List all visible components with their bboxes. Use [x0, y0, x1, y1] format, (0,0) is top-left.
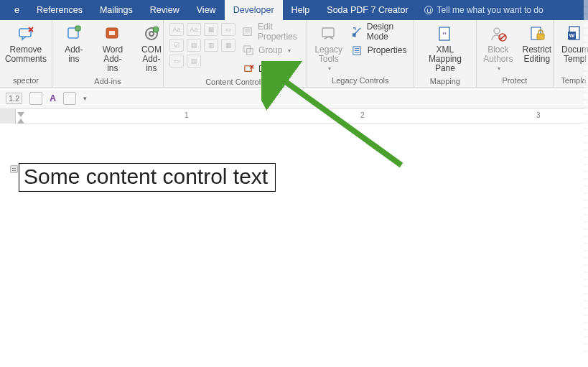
delete-icon [243, 63, 254, 75]
dialog-title: CONTAINS CONTENT [167, 363, 453, 367]
cc-plaintext-button[interactable]: Aa [187, 23, 201, 36]
screenshot: e References Mailings Review View Develo… [0, 0, 588, 367]
cc-richtext-button[interactable]: Aa [169, 23, 184, 36]
svg-point-26 [494, 28, 500, 34]
xml-mapping-label: XML Mapping Pane [421, 45, 469, 74]
tab-help[interactable]: Help [283, 0, 319, 20]
document-template-icon: W [566, 24, 584, 43]
group-templates: W Docum Templ Templa [554, 20, 588, 87]
remove-comments-label: Remove Comments [5, 45, 47, 64]
group-icon [243, 45, 254, 56]
toolbar2-caret[interactable]: ▾ [83, 95, 87, 102]
content-control-text[interactable]: Some content control text [24, 164, 268, 188]
group-addins: Add- ins Word Add-ins COM Add-ins Add-in… [52, 20, 164, 87]
group-addins-label: Add-ins [58, 75, 157, 88]
svg-text:‹›: ‹› [442, 30, 447, 37]
cc-datepicker-button[interactable]: ▦ [221, 39, 235, 52]
document-area[interactable]: Some content control text CONTAINS CONTE… [0, 124, 588, 367]
edit-properties-label: Edit Properties [258, 22, 301, 42]
ruler-mark-3: 3 [536, 111, 541, 119]
xml-mapping-button[interactable]: ‹› XML Mapping Pane [420, 23, 470, 75]
xml-mapping-icon: ‹› [436, 24, 454, 43]
properties-icon [243, 26, 253, 37]
svg-text:W: W [569, 32, 575, 39]
block-authors-label: Block Authors [483, 45, 513, 64]
svg-rect-18 [322, 28, 334, 37]
group-button[interactable]: Group ▾ [243, 43, 301, 57]
svg-point-8 [149, 32, 154, 36]
group-content-controls-label: Content Controls [169, 76, 301, 88]
restrict-editing-label: Restrict Editing [523, 45, 552, 64]
chevron-down-icon: ▾ [288, 47, 291, 54]
design-mode-button[interactable]: Design Mode [352, 24, 408, 39]
ribbon: Remove Comments spector Add- ins Word [0, 20, 588, 88]
delete-button[interactable]: Delete [243, 62, 301, 76]
cc-picture-button[interactable]: ▩ [204, 23, 218, 36]
chevron-down-icon: ▾ [498, 66, 500, 73]
cc-dropdown-button[interactable]: ▥ [204, 39, 218, 52]
tab-view[interactable]: View [188, 0, 225, 20]
toolbar2-num-icon[interactable]: 1.2 [6, 93, 22, 104]
com-addins-label: COM Add-ins [137, 45, 166, 74]
group-inspector-label: spector [6, 75, 46, 87]
properties-label: Properties [368, 45, 407, 55]
svg-marker-35 [17, 119, 24, 124]
cc-buildingblock-button[interactable]: ▭ [221, 23, 235, 36]
chevron-down-icon: ▾ [328, 66, 331, 73]
legacy-tools-label: Legacy Tools [314, 45, 342, 64]
group-content-controls: Aa Aa ▩ ▭ ☑ ▤ ▥ ▦ ▭ ▤ [164, 20, 307, 87]
restrict-editing-button[interactable]: Restrict Editing [521, 23, 553, 65]
svg-rect-6 [109, 31, 115, 35]
indent-hanging-marker[interactable] [17, 116, 24, 124]
group-mapping-label: Mapping [420, 75, 470, 88]
ruler[interactable]: 1 2 3 [0, 109, 588, 124]
cc-repeating-button[interactable]: ▭ [169, 55, 184, 68]
group-mapping: ‹› XML Mapping Pane Mapping [414, 20, 477, 87]
svg-rect-0 [19, 29, 31, 37]
ruler-margin-left [0, 109, 16, 124]
addins-label: Add- ins [65, 45, 83, 64]
torn-edge-right [584, 0, 588, 367]
group-inspector: Remove Comments spector [0, 20, 52, 87]
svg-point-9 [153, 27, 159, 32]
svg-rect-4 [75, 26, 80, 31]
properties-button[interactable]: Properties [352, 43, 408, 57]
tab-references[interactable]: References [28, 0, 91, 20]
ribbon-tabstrip: e References Mailings Review View Develo… [0, 0, 588, 20]
group-legacy-controls: Legacy Tools ▾ Design Mode Proper [307, 20, 414, 87]
block-authors-icon [489, 24, 508, 43]
edit-properties-button[interactable]: Edit Properties [243, 24, 301, 39]
svg-rect-30 [537, 34, 544, 40]
addins-icon [65, 24, 83, 43]
com-addins-icon [142, 24, 161, 43]
tab-developer[interactable]: Developer [225, 0, 283, 20]
toolbar2-letter[interactable]: A [50, 93, 56, 103]
toolbar2-page-icon[interactable] [29, 92, 42, 105]
remove-comments-button[interactable]: Remove Comments [6, 23, 46, 65]
tell-me-search[interactable]: Tell me what you want to do [417, 0, 551, 20]
toolbar2-sheet-icon[interactable] [63, 92, 76, 105]
tab-soda-pdf[interactable]: Soda PDF 7 Creator [318, 0, 416, 20]
addins-button[interactable]: Add- ins [58, 23, 90, 65]
com-addins-button[interactable]: COM Add-ins [136, 23, 167, 75]
design-mode-label: Design Mode [367, 22, 408, 42]
block-authors-button[interactable]: Block Authors ▾ [482, 23, 514, 74]
tab-partial-home[interactable]: e [6, 0, 28, 20]
design-mode-icon [352, 26, 363, 37]
torn-edge-bottom [0, 361, 588, 367]
remove-comments-icon [17, 24, 35, 43]
tab-review[interactable]: Review [141, 0, 188, 20]
ruler-mark-1: 1 [185, 111, 189, 119]
legacy-tools-button[interactable]: Legacy Tools ▾ [313, 23, 345, 74]
content-control-box[interactable]: Some content control text [19, 163, 276, 192]
cc-legacy-button[interactable]: ▤ [187, 55, 201, 68]
group-legacy-controls-label: Legacy Controls [313, 75, 408, 87]
cc-checkbox-button[interactable]: ☑ [169, 39, 184, 52]
confirm-delete-dialog: CONTAINS CONTENT Do you want to delete t… [167, 363, 454, 367]
tab-mailings[interactable]: Mailings [91, 0, 141, 20]
content-control-handle[interactable] [10, 165, 18, 173]
word-addins-label: Word Add-ins [98, 45, 127, 74]
cc-combobox-button[interactable]: ▤ [187, 39, 201, 52]
svg-rect-19 [353, 33, 356, 37]
word-addins-button[interactable]: Word Add-ins [97, 23, 129, 75]
